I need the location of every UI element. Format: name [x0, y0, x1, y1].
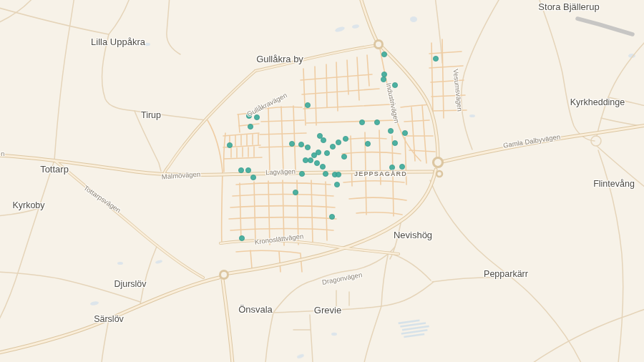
map-marker[interactable]	[399, 164, 404, 169]
map-marker[interactable]	[381, 52, 386, 57]
map-marker[interactable]	[317, 133, 322, 138]
map-marker[interactable]	[329, 214, 334, 219]
map-marker[interactable]	[336, 172, 341, 177]
map-marker[interactable]	[359, 119, 364, 124]
map-marker[interactable]	[324, 150, 329, 155]
map-marker[interactable]	[311, 152, 316, 157]
map-marker[interactable]	[305, 102, 310, 107]
airstrip-bar	[577, 19, 633, 34]
map-marker[interactable]	[314, 160, 319, 165]
map-marker[interactable]	[248, 124, 253, 129]
field-hatch	[399, 319, 430, 338]
map-marker[interactable]	[245, 167, 250, 172]
map-marker[interactable]	[320, 164, 325, 169]
map-marker[interactable]	[392, 140, 397, 145]
map-canvas[interactable]: Lilla UppåkraGullåkra byTirupTottarpKyrk…	[0, 0, 644, 362]
map-marker[interactable]	[374, 119, 379, 124]
map-marker[interactable]	[402, 130, 407, 135]
map-marker[interactable]	[303, 157, 308, 162]
map-marker[interactable]	[381, 72, 386, 77]
map-marker[interactable]	[343, 136, 348, 141]
map-marker[interactable]	[250, 175, 255, 180]
map-marker[interactable]	[305, 145, 310, 150]
map-marker[interactable]	[308, 157, 313, 162]
map-marker[interactable]	[321, 137, 326, 142]
map-marker[interactable]	[336, 140, 341, 145]
town-streets-layer	[208, 39, 467, 272]
map-marker[interactable]	[227, 142, 232, 147]
map-marker[interactable]	[381, 77, 386, 82]
map-marker[interactable]	[299, 171, 304, 176]
map-marker[interactable]	[289, 141, 294, 146]
map-marker[interactable]	[246, 113, 251, 118]
map-marker[interactable]	[239, 235, 244, 240]
markers-layer	[227, 52, 438, 240]
map-marker[interactable]	[323, 171, 328, 176]
map-marker[interactable]	[330, 144, 335, 149]
map-marker[interactable]	[341, 154, 346, 159]
map-marker[interactable]	[254, 114, 259, 119]
map-marker[interactable]	[293, 190, 298, 195]
map-graphics	[0, 0, 644, 362]
map-marker[interactable]	[389, 165, 394, 170]
map-marker[interactable]	[298, 142, 303, 147]
map-marker[interactable]	[433, 56, 438, 61]
map-marker[interactable]	[388, 128, 393, 133]
map-marker[interactable]	[365, 141, 370, 146]
map-marker[interactable]	[238, 167, 243, 172]
major-roads-casing	[0, 0, 644, 362]
map-marker[interactable]	[334, 182, 339, 187]
map-marker[interactable]	[392, 82, 397, 87]
